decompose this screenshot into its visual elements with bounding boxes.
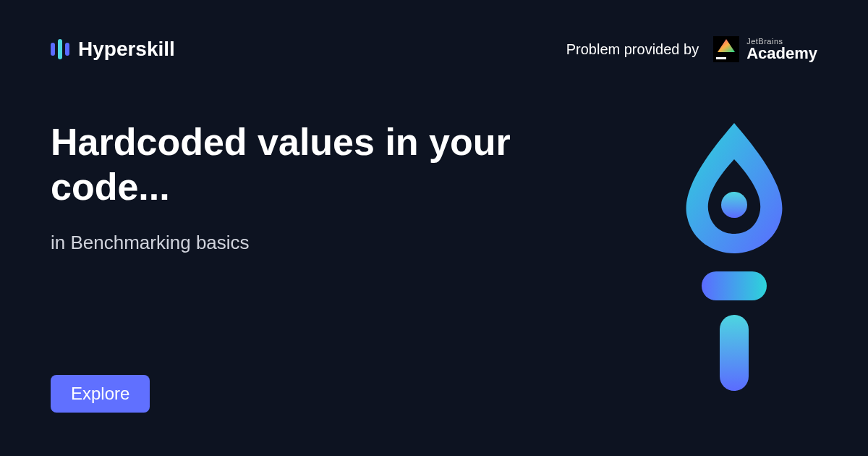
hyperskill-logo: Hyperskill (51, 38, 175, 61)
logo-text: Hyperskill (78, 38, 175, 61)
jetbrains-text: JetBrains Academy (746, 38, 817, 62)
content-block: Hardcoded values in your code... in Benc… (51, 119, 557, 254)
page-subtitle: in Benchmarking basics (51, 232, 557, 254)
provider-label: Problem provided by (566, 41, 699, 58)
provider-block: Problem provided by JetBrains (566, 36, 817, 62)
page-title: Hardcoded values in your code... (51, 119, 557, 210)
svg-marker-0 (718, 39, 735, 52)
svg-point-1 (721, 192, 747, 218)
pen-torch-icon (669, 119, 799, 394)
svg-rect-3 (720, 315, 749, 391)
svg-rect-2 (702, 271, 767, 300)
header: Hyperskill Problem provided by (0, 0, 868, 62)
explore-button[interactable]: Explore (51, 375, 150, 413)
jb-big-label: Academy (746, 46, 817, 62)
jetbrains-academy-logo: JetBrains Academy (713, 36, 817, 62)
logo-bars-icon (51, 39, 69, 59)
jetbrains-box-icon (713, 36, 739, 62)
